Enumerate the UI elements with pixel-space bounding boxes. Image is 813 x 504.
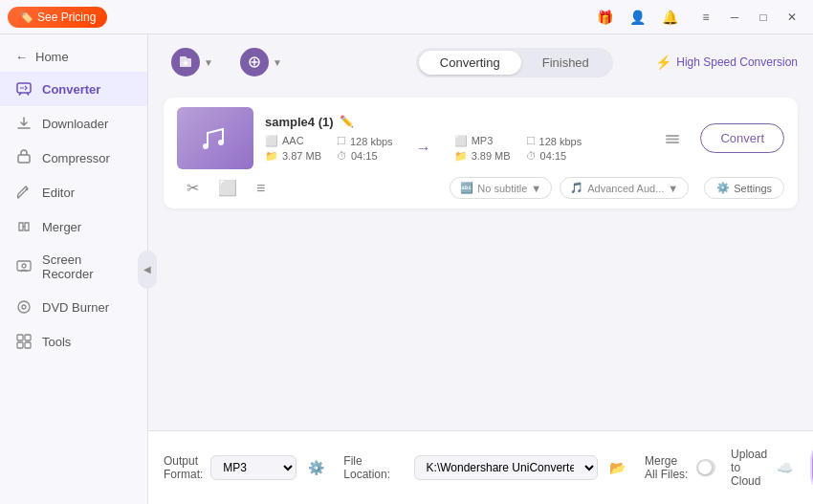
user-icon-btn[interactable]: 👤 (624, 4, 650, 31)
sidebar-item-converter[interactable]: Converter (0, 72, 147, 106)
sidebar-item-dvd-burner[interactable]: DVD Burner (0, 290, 147, 324)
sidebar-item-compressor[interactable]: Compressor (0, 141, 147, 175)
clock-icon: ⏱ (337, 150, 347, 162)
source-duration-row: ⏱ 04:15 (337, 150, 393, 162)
see-pricing-button[interactable]: 🏷️ See Pricing (8, 7, 107, 28)
minimize-button[interactable]: ─ (721, 4, 748, 31)
file-name: sample4 (1) ✏️ (265, 115, 645, 129)
source-bitrate: 128 kbps (350, 136, 393, 147)
sidebar-label-compressor: Compressor (42, 151, 110, 165)
file-info: sample4 (1) ✏️ ⬜ AAC 📁 (265, 115, 645, 163)
svg-rect-6 (17, 335, 23, 340)
sidebar-label-converter: Converter (42, 82, 100, 97)
tools-icon (15, 333, 33, 350)
target-format-row: ⬜ MP3 (454, 135, 511, 147)
downloader-icon (15, 115, 33, 132)
subtitle-chevron-icon: ▼ (531, 183, 541, 194)
svg-point-11 (203, 143, 209, 149)
sidebar-item-tools[interactable]: Tools (0, 324, 147, 359)
screen-recorder-icon (15, 258, 33, 275)
sidebar-collapse-btn[interactable]: ◀ (138, 251, 157, 289)
upload-to-cloud-field: Upload to Cloud ☁️ (731, 448, 797, 488)
audio-wave-icon: 🎵 (570, 182, 583, 194)
sidebar-item-downloader[interactable]: Downloader (0, 106, 147, 141)
trim-button[interactable]: ✂ (181, 177, 205, 199)
output-format-label: Output Format: (164, 454, 203, 481)
bell-icon-btn[interactable]: 🔔 (656, 4, 683, 31)
settings-inline-button[interactable]: ⚙️ Settings (704, 177, 784, 199)
edit-filename-icon[interactable]: ✏️ (340, 115, 354, 128)
svg-rect-1 (18, 155, 30, 163)
target-size-row: 📁 3.89 MB (454, 150, 511, 163)
effects-button[interactable]: ≡ (251, 178, 271, 199)
file-thumbnail (177, 107, 253, 169)
target-bitrate-row: ☐ 128 kbps (526, 135, 582, 147)
browse-folder-btn[interactable]: 📂 (605, 458, 629, 477)
filename-text: sample4 (1) (265, 115, 334, 129)
toolbar: ▼ ▼ Converting Finished ⚡ High Speed Con… (148, 34, 813, 90)
maximize-button[interactable]: □ (750, 4, 777, 31)
target-size: 3.89 MB (472, 150, 511, 162)
file-location-select[interactable]: K:\Wondershare UniConverter 1 (414, 455, 599, 480)
bottom-bar: Output Format: MP3 ⚙️ File Location: K:\… (148, 430, 813, 504)
source-format-row: ⬜ AAC (265, 135, 321, 147)
subtitle-label: No subtitle (477, 183, 527, 194)
source-bitrate-row: ☐ 128 kbps (337, 135, 393, 147)
file-settings-button[interactable] (656, 126, 689, 151)
add-files-button[interactable]: ▼ (164, 44, 221, 80)
merger-icon (15, 218, 33, 235)
output-format-select[interactable]: MP3 (210, 455, 297, 480)
gear-icon: ⚙️ (716, 182, 730, 194)
target-bitrate: 128 kbps (539, 136, 582, 147)
high-speed-indicator: ⚡ High Speed Conversion (655, 55, 798, 70)
format-icon: ⬜ (265, 135, 278, 147)
add-from-button[interactable]: ▼ (232, 44, 290, 80)
compressor-icon (15, 149, 33, 166)
merge-all-files-field: Merge All Files: (645, 454, 715, 481)
audio-select[interactable]: 🎵 Advanced Aud... ▼ (560, 177, 689, 199)
target-bitrate-icon: ☐ (526, 135, 536, 147)
svg-rect-7 (25, 335, 31, 340)
svg-point-4 (18, 301, 30, 313)
crop-button[interactable]: ⬜ (212, 177, 243, 199)
sidebar-item-screen-recorder[interactable]: Screen Recorder (0, 244, 147, 290)
target-duration: 04:15 (540, 150, 567, 162)
svg-point-3 (22, 264, 26, 268)
svg-rect-9 (25, 342, 31, 348)
convert-button[interactable]: Convert (700, 123, 784, 153)
file-item-bottom: ✂ ⬜ ≡ 🔤 No subtitle ▼ 🎵 Advanced Aud... … (177, 177, 784, 199)
gift-icon-btn[interactable]: 🎁 (591, 4, 618, 31)
close-button[interactable]: ✕ (779, 4, 805, 31)
sidebar-item-merger[interactable]: Merger (0, 209, 147, 244)
file-item-top: sample4 (1) ✏️ ⬜ AAC 📁 (177, 107, 784, 169)
bitrate-icon: ☐ (337, 135, 346, 147)
home-label: Home (35, 50, 69, 64)
upload-cloud-label: Upload to Cloud (731, 448, 767, 488)
cloud-upload-btn[interactable]: ☁️ (773, 458, 797, 477)
sidebar-item-home[interactable]: ← Home (0, 42, 147, 72)
tab-converting[interactable]: Converting (419, 51, 521, 75)
lightning-icon: ⚡ (655, 55, 671, 70)
svg-rect-13 (666, 135, 679, 137)
sidebar-label-downloader: Downloader (42, 117, 108, 131)
svg-point-12 (218, 140, 224, 145)
sidebar-label-merger: Merger (42, 220, 81, 234)
file-item: sample4 (1) ✏️ ⬜ AAC 📁 (164, 98, 798, 208)
output-format-icon-btn[interactable]: ⚙️ (304, 458, 328, 477)
tab-finished[interactable]: Finished (521, 51, 610, 75)
menu-button[interactable]: ≡ (692, 4, 719, 31)
target-folder-icon: 📁 (454, 150, 468, 163)
merge-label: Merge All Files: (645, 454, 691, 481)
subtitle-select[interactable]: 🔤 No subtitle ▼ (450, 177, 552, 199)
sidebar-item-editor[interactable]: Editor (0, 175, 147, 209)
sidebar-label-dvd-burner: DVD Burner (42, 300, 109, 315)
sidebar-label-tools: Tools (42, 335, 71, 349)
subtitle-icon: 🔤 (460, 182, 473, 194)
svg-rect-14 (666, 138, 679, 140)
title-bar: 🏷️ See Pricing 🎁 👤 🔔 ≡ ─ □ ✕ (0, 0, 813, 34)
source-size-row: 📁 3.87 MB (265, 150, 321, 163)
source-size: 3.87 MB (282, 150, 321, 162)
main-layout: ← Home Converter Downloader (0, 34, 813, 504)
merge-toggle-switch[interactable] (696, 459, 715, 476)
svg-rect-15 (666, 142, 679, 143)
